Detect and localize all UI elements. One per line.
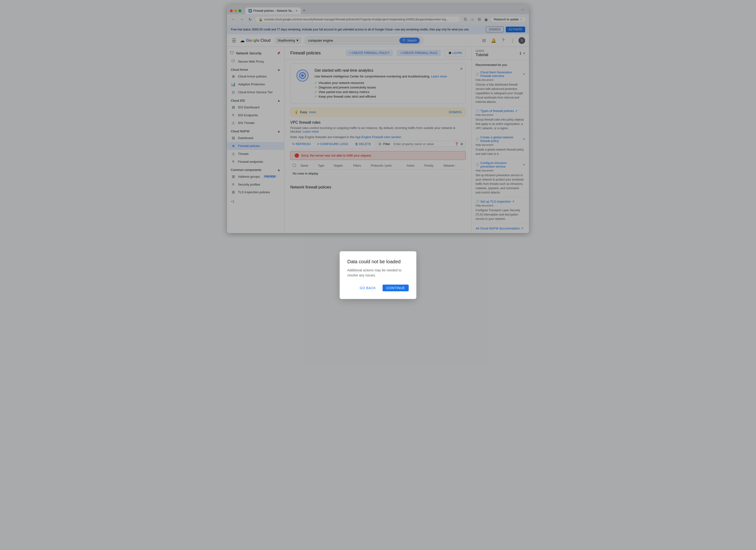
modal-overlay[interactable]: Data could not be loaded Additional acti… [0, 0, 756, 238]
